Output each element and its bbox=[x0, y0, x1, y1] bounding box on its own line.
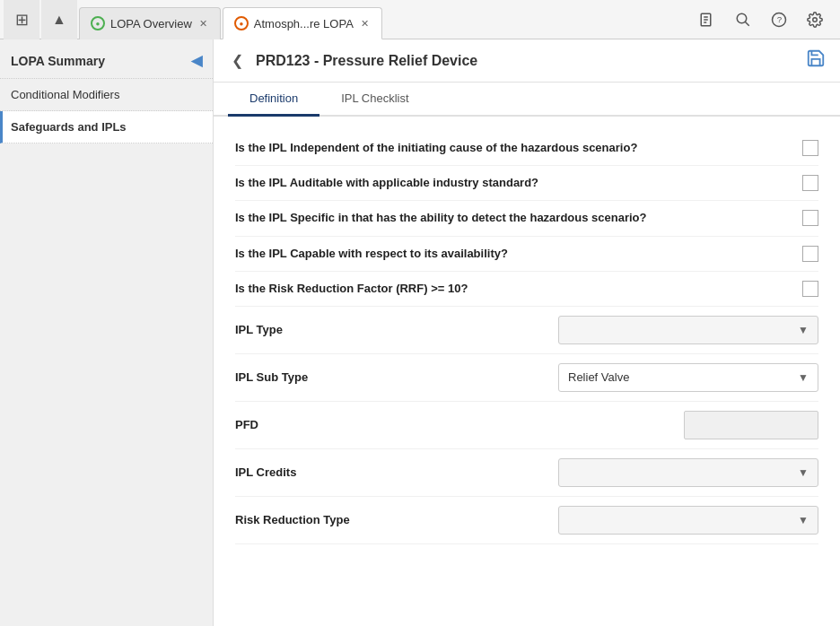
tab-bar-right: ? bbox=[693, 5, 836, 34]
pfd-input[interactable] bbox=[684, 411, 818, 439]
dropdown-ipl-credits[interactable]: ▼ bbox=[558, 458, 818, 487]
search-icon[interactable] bbox=[729, 5, 757, 34]
form-row-ipl-type: IPL Type ▼ bbox=[235, 307, 818, 354]
chevron-down-icon-sub: ▼ bbox=[798, 371, 809, 384]
inner-tabs: Definition IPL Checklist bbox=[214, 83, 840, 117]
sidebar-item-conditional-modifiers-label: Conditional Modifiers bbox=[11, 88, 119, 101]
form-row-capable: Is the IPL Capable with respect to its a… bbox=[235, 237, 818, 272]
content-header: ❮ PRD123 - Pressure Relief Device bbox=[214, 39, 840, 83]
form-label-pfd: PFD bbox=[235, 417, 669, 433]
form-row-ipl-sub-type: IPL Sub Type Relief Valve ▼ bbox=[235, 354, 818, 402]
form-label-capable: Is the IPL Capable with respect to its a… bbox=[235, 246, 788, 262]
tab-atmosph-lopa[interactable]: ● Atmosph...re LOPA ✕ bbox=[223, 7, 382, 39]
form-control-pfd bbox=[684, 411, 818, 439]
main-layout: LOPA Summary ◀ Conditional Modifiers Saf… bbox=[0, 39, 840, 626]
tab-bar-left: ⊞ ▲ ● LOPA Overview ✕ ● Atmosph...re LOP… bbox=[4, 0, 693, 39]
settings-icon[interactable] bbox=[801, 5, 829, 34]
checkbox-rrf[interactable] bbox=[802, 281, 818, 297]
dropdown-ipl-type[interactable]: ▼ bbox=[558, 316, 818, 344]
sidebar-title: LOPA Summary bbox=[11, 54, 105, 68]
triangle-app-button[interactable]: ▲ bbox=[41, 0, 77, 39]
form-row-specific: Is the IPL Specific in that has the abil… bbox=[235, 201, 818, 236]
form-control-risk-reduction-type: ▼ bbox=[558, 506, 818, 535]
form-control-independent bbox=[802, 140, 818, 156]
svg-text:?: ? bbox=[777, 14, 783, 24]
form-row-independent: Is the IPL Independent of the initiating… bbox=[235, 131, 818, 166]
help-icon[interactable]: ? bbox=[765, 5, 793, 34]
form-label-risk-reduction-type: Risk Reduction Type bbox=[235, 512, 544, 528]
form-label-ipl-type: IPL Type bbox=[235, 322, 544, 338]
form-label-auditable: Is the IPL Auditable with applicable ind… bbox=[235, 175, 788, 191]
tab-lopa-overview-close[interactable]: ✕ bbox=[197, 16, 209, 31]
form-row-pfd: PFD bbox=[235, 402, 818, 449]
sidebar-header: LOPA Summary ◀ bbox=[0, 39, 213, 79]
tab-bar: ⊞ ▲ ● LOPA Overview ✕ ● Atmosph...re LOP… bbox=[0, 0, 840, 39]
sidebar-item-conditional-modifiers[interactable]: Conditional Modifiers bbox=[0, 79, 213, 111]
tab-ipl-checklist[interactable]: IPL Checklist bbox=[319, 83, 430, 117]
svg-line-5 bbox=[745, 22, 749, 26]
checkbox-capable[interactable] bbox=[802, 246, 818, 262]
form-label-rrf: Is the Risk Reduction Factor (RRF) >= 10… bbox=[235, 281, 788, 297]
form-control-capable bbox=[802, 246, 818, 262]
checkbox-specific[interactable] bbox=[802, 210, 818, 226]
tab-ipl-checklist-label: IPL Checklist bbox=[341, 91, 408, 105]
document-icon[interactable] bbox=[693, 5, 722, 34]
form-control-ipl-sub-type: Relief Valve ▼ bbox=[558, 363, 818, 392]
form-row-rrf: Is the Risk Reduction Factor (RRF) >= 10… bbox=[235, 272, 818, 307]
dropdown-ipl-sub-type[interactable]: Relief Valve ▼ bbox=[558, 363, 818, 392]
svg-point-4 bbox=[737, 13, 747, 23]
grid-icon: ⊞ bbox=[15, 10, 29, 30]
form-label-ipl-sub-type: IPL Sub Type bbox=[235, 370, 544, 386]
sidebar: LOPA Summary ◀ Conditional Modifiers Saf… bbox=[0, 39, 214, 626]
form-label-independent: Is the IPL Independent of the initiating… bbox=[235, 140, 788, 156]
checkbox-independent[interactable] bbox=[802, 140, 818, 156]
dropdown-risk-reduction-type[interactable]: ▼ bbox=[558, 506, 818, 535]
sidebar-item-safeguards-ipls-label: Safeguards and IPLs bbox=[11, 120, 127, 134]
form-label-ipl-credits: IPL Credits bbox=[235, 465, 544, 481]
form-content: Is the IPL Independent of the initiating… bbox=[214, 117, 840, 626]
content-area: ❮ PRD123 - Pressure Relief Device Defini… bbox=[214, 39, 840, 626]
form-control-auditable bbox=[802, 175, 818, 191]
grid-app-button[interactable]: ⊞ bbox=[4, 0, 39, 39]
chevron-down-icon-credits: ▼ bbox=[798, 466, 809, 479]
tab-lopa-overview-label: LOPA Overview bbox=[110, 17, 192, 30]
chevron-down-icon: ▼ bbox=[798, 324, 809, 336]
tab-lopa-overview[interactable]: ● LOPA Overview ✕ bbox=[79, 7, 221, 39]
form-control-ipl-type: ▼ bbox=[558, 316, 818, 344]
sidebar-collapse-button[interactable]: ◀ bbox=[191, 52, 202, 69]
tab-lopa-overview-icon: ● bbox=[91, 16, 105, 30]
form-control-specific bbox=[802, 210, 818, 226]
form-row-risk-reduction-type: Risk Reduction Type ▼ bbox=[235, 497, 818, 544]
form-row-auditable: Is the IPL Auditable with applicable ind… bbox=[235, 166, 818, 201]
dropdown-ipl-sub-type-value: Relief Valve bbox=[568, 370, 629, 384]
form-control-rrf bbox=[802, 281, 818, 297]
tab-definition-label: Definition bbox=[249, 91, 298, 105]
form-label-specific: Is the IPL Specific in that has the abil… bbox=[235, 210, 788, 226]
chevron-down-icon-risk: ▼ bbox=[798, 514, 809, 526]
tab-atmosph-lopa-icon: ● bbox=[234, 16, 249, 30]
save-button[interactable] bbox=[806, 48, 826, 73]
tab-definition[interactable]: Definition bbox=[228, 83, 319, 117]
form-control-ipl-credits: ▼ bbox=[558, 458, 818, 487]
tab-atmosph-lopa-close[interactable]: ✕ bbox=[359, 16, 371, 31]
content-title: PRD123 - Pressure Relief Device bbox=[256, 53, 797, 69]
svg-point-8 bbox=[813, 17, 818, 22]
tab-atmosph-lopa-label: Atmosph...re LOPA bbox=[254, 17, 354, 30]
form-row-ipl-credits: IPL Credits ▼ bbox=[235, 449, 818, 497]
triangle-icon: ▲ bbox=[52, 12, 66, 28]
checkbox-auditable[interactable] bbox=[802, 175, 818, 191]
sidebar-item-safeguards-ipls[interactable]: Safeguards and IPLs bbox=[0, 111, 213, 143]
back-button[interactable]: ❮ bbox=[228, 48, 247, 73]
